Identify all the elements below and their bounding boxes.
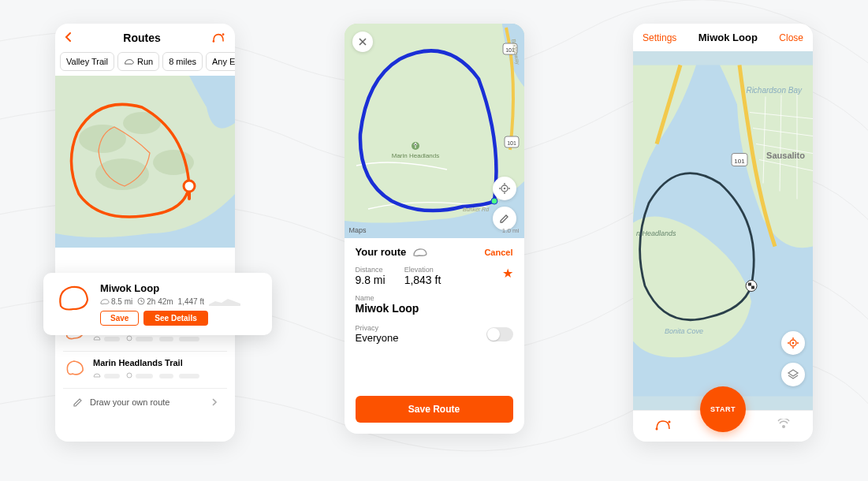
- route-thumb-icon: [63, 358, 87, 378]
- route-builder-screen: 101 101 Marin Headlands Bunker Rd Bridge…: [345, 24, 524, 434]
- finish-marker-icon: [746, 281, 757, 292]
- svg-point-1: [222, 33, 225, 35]
- close-button[interactable]: [352, 32, 373, 52]
- svg-point-23: [503, 188, 505, 190]
- locate-button[interactable]: [493, 177, 516, 200]
- list-item[interactable]: Marin Headlands Trail: [63, 351, 227, 388]
- close-icon: [358, 37, 367, 47]
- shoe-icon: [412, 247, 428, 258]
- headlands-label: n Headlands: [636, 229, 676, 237]
- svg-point-31: [792, 342, 795, 345]
- route-card-stats: 8.5 mi 2h 42m 1,447 ft: [100, 296, 261, 306]
- cove-label: Bonita Cove: [665, 327, 703, 335]
- layers-icon: [787, 368, 799, 381]
- record-title: Miwok Loop: [698, 32, 758, 43]
- save-button[interactable]: Save: [100, 311, 139, 326]
- distance-label: Distance: [356, 266, 386, 274]
- list-item-title: Marin Headlands Trail: [93, 358, 202, 367]
- svg-text:Bunker Rd: Bunker Rd: [463, 207, 490, 212]
- svg-rect-26: [748, 283, 751, 286]
- routes-map[interactable]: [55, 76, 235, 248]
- svg-point-10: [127, 373, 132, 378]
- svg-point-7: [184, 181, 195, 192]
- filter-row: Valley Trail Run 8 miles Any E: [55, 52, 235, 76]
- elevation-sparkline-icon: [209, 296, 240, 306]
- privacy-label: Privacy: [356, 324, 399, 332]
- svg-point-0: [213, 40, 215, 43]
- save-route-button[interactable]: Save Route: [356, 396, 513, 423]
- chevron-left-icon: [65, 32, 73, 42]
- svg-point-17: [491, 198, 497, 204]
- record-header: Settings Miwok Loop Close: [633, 24, 813, 51]
- city-label: Sausalito: [766, 151, 805, 160]
- locate-icon: [787, 337, 799, 349]
- shoe-icon: [93, 335, 101, 341]
- start-button[interactable]: START: [700, 386, 746, 432]
- distance-value: 9.8 mi: [356, 274, 386, 286]
- svg-point-34: [782, 425, 785, 428]
- map-scale: 1.0 mi: [502, 227, 520, 234]
- route-record-screen: Settings Miwok Loop Close: [633, 24, 813, 442]
- svg-point-3: [79, 125, 126, 153]
- run-icon: [124, 58, 135, 65]
- shoe-icon: [93, 372, 101, 378]
- filter-chip-activity[interactable]: Run: [117, 52, 159, 71]
- svg-text:101: 101: [507, 140, 516, 146]
- layers-button[interactable]: [781, 363, 805, 386]
- maps-attribution: Maps: [349, 226, 367, 234]
- svg-text:Marin Headlands: Marin Headlands: [391, 152, 438, 159]
- favorite-star-icon[interactable]: ★: [502, 266, 513, 281]
- close-link[interactable]: Close: [779, 32, 803, 43]
- filter-chip[interactable]: 8 miles: [162, 52, 203, 71]
- tab-route[interactable]: [654, 419, 672, 434]
- route-thumb-icon: [54, 282, 92, 314]
- elevation-label: Elevation: [404, 266, 441, 274]
- map-canvas: [55, 76, 235, 248]
- route-icon[interactable]: [211, 32, 225, 43]
- routes-header: Routes: [55, 24, 235, 52]
- tab-route-icon: [654, 419, 672, 431]
- route-builder-map[interactable]: 101 101 Marin Headlands Bunker Rd Bridge…: [345, 24, 524, 238]
- clock-icon: [126, 372, 132, 378]
- bay-label: Richardson Bay: [746, 86, 802, 95]
- svg-text:101: 101: [734, 158, 745, 165]
- name-label: Name: [356, 294, 513, 302]
- routes-title: Routes: [123, 32, 160, 44]
- elevation-value: 1,843 ft: [404, 274, 441, 286]
- beacon-icon: [776, 419, 792, 431]
- route-name-value[interactable]: Miwok Loop: [356, 302, 513, 315]
- settings-link[interactable]: Settings: [643, 32, 676, 43]
- tab-sensor[interactable]: [776, 419, 792, 434]
- locate-button[interactable]: [781, 331, 805, 355]
- routes-screen: Routes Valley Trail Run 8 miles Any E: [55, 24, 235, 442]
- pencil-icon: [73, 397, 84, 408]
- svg-rect-27: [751, 286, 754, 289]
- svg-rect-8: [188, 191, 191, 200]
- route-card-title: Miwok Loop: [100, 282, 261, 294]
- record-map[interactable]: 101 Richardson Bay Sausalito n Headlands…: [633, 51, 813, 410]
- draw-your-own-route[interactable]: Draw your own route: [63, 388, 227, 416]
- locate-icon: [498, 182, 511, 195]
- filter-chip[interactable]: Any E: [206, 52, 235, 71]
- shoe-icon: [100, 298, 110, 305]
- route-highlight-card[interactable]: Miwok Loop 8.5 mi 2h 42m 1,447 ft Save S…: [43, 273, 272, 335]
- clock-icon: [137, 297, 145, 305]
- see-details-button[interactable]: See Details: [143, 311, 207, 326]
- pencil-icon: [499, 213, 510, 224]
- map-canvas: 101 101 Marin Headlands Bunker Rd Bridge…: [345, 24, 524, 238]
- svg-point-9: [127, 336, 132, 341]
- chevron-right-icon: [211, 398, 218, 406]
- svg-point-32: [656, 427, 658, 430]
- svg-point-33: [669, 420, 671, 423]
- cancel-link[interactable]: Cancel: [484, 248, 512, 257]
- filter-chip[interactable]: Valley Trail: [60, 52, 114, 71]
- clock-icon: [126, 335, 132, 341]
- your-route-label: Your route: [356, 246, 407, 258]
- privacy-toggle[interactable]: [486, 327, 513, 341]
- back-button[interactable]: [65, 32, 73, 44]
- privacy-value[interactable]: Everyone: [356, 332, 399, 344]
